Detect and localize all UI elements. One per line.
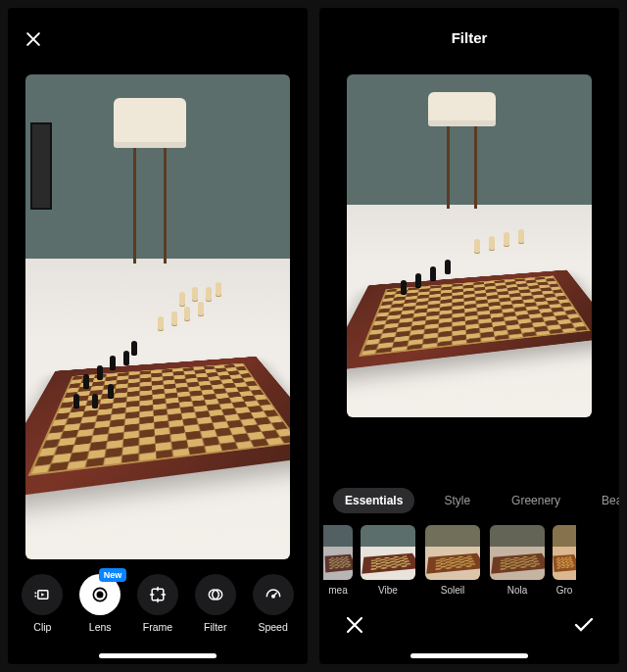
frame-icon bbox=[137, 574, 178, 615]
tool-filter[interactable]: Filter bbox=[187, 574, 244, 633]
filter-label: Gro bbox=[556, 585, 573, 596]
tool-label: Filter bbox=[204, 621, 226, 633]
edit-toolbar: Clip New Lens Frame Filter Speed bbox=[8, 566, 308, 647]
tool-frame[interactable]: Frame bbox=[129, 574, 186, 633]
filter-thumb-soleil[interactable]: Soleil bbox=[423, 525, 482, 596]
svg-rect-0 bbox=[35, 593, 37, 595]
filter-top-bar: Filter bbox=[319, 8, 619, 67]
filter-label: Soleil bbox=[441, 585, 464, 596]
editor-screen: Clip New Lens Frame Filter Speed bbox=[8, 8, 308, 664]
confirm-button[interactable] bbox=[572, 613, 596, 637]
filter-label: Vibe bbox=[378, 585, 398, 596]
filter-thumbnails[interactable]: mea Vibe Soleil Nola Gro bbox=[319, 519, 619, 601]
check-icon bbox=[572, 613, 596, 637]
chess-pieces-decor bbox=[25, 74, 290, 559]
filter-preview[interactable] bbox=[319, 67, 619, 417]
tool-label: Speed bbox=[258, 621, 287, 633]
tool-label: Lens bbox=[89, 621, 112, 633]
speed-icon bbox=[253, 574, 294, 615]
new-badge: New bbox=[99, 568, 127, 582]
svg-point-4 bbox=[98, 592, 103, 597]
close-icon bbox=[343, 613, 366, 637]
preview-image bbox=[25, 74, 290, 559]
tool-label: Clip bbox=[33, 621, 51, 633]
tool-label: Frame bbox=[143, 621, 172, 633]
filter-thumb[interactable]: Gro bbox=[553, 525, 576, 596]
filter-category-tabs: Essentials Style Greenery Beach bbox=[319, 478, 619, 519]
close-icon bbox=[24, 29, 43, 49]
filter-screen: Filter Essentials Style Greenery Beach m… bbox=[319, 8, 619, 664]
screen-title: Filter bbox=[452, 29, 488, 46]
tool-lens[interactable]: New Lens bbox=[72, 574, 128, 633]
preview-image bbox=[347, 74, 592, 417]
top-bar bbox=[8, 8, 308, 67]
category-style[interactable]: Style bbox=[432, 488, 482, 513]
clip-icon bbox=[22, 574, 63, 615]
category-essentials[interactable]: Essentials bbox=[333, 488, 414, 513]
tool-clip[interactable]: Clip bbox=[14, 574, 71, 633]
filter-action-bar bbox=[319, 601, 619, 647]
filter-thumb-vibe[interactable]: Vibe bbox=[359, 525, 417, 596]
cancel-button[interactable] bbox=[343, 613, 366, 637]
filter-label: Nola bbox=[507, 585, 528, 596]
home-indicator[interactable] bbox=[8, 647, 308, 664]
home-indicator[interactable] bbox=[319, 647, 619, 664]
close-button[interactable] bbox=[24, 29, 43, 49]
tool-speed[interactable]: Speed bbox=[245, 574, 302, 633]
filter-label: mea bbox=[328, 585, 347, 596]
media-preview[interactable] bbox=[8, 67, 308, 566]
filter-thumb-nola[interactable]: Nola bbox=[488, 525, 547, 596]
svg-rect-1 bbox=[35, 596, 37, 598]
filter-thumb[interactable]: mea bbox=[323, 525, 353, 596]
category-beach[interactable]: Beach bbox=[590, 488, 619, 513]
category-greenery[interactable]: Greenery bbox=[500, 488, 572, 513]
filter-icon bbox=[195, 574, 236, 615]
chess-pieces-decor bbox=[347, 74, 592, 417]
